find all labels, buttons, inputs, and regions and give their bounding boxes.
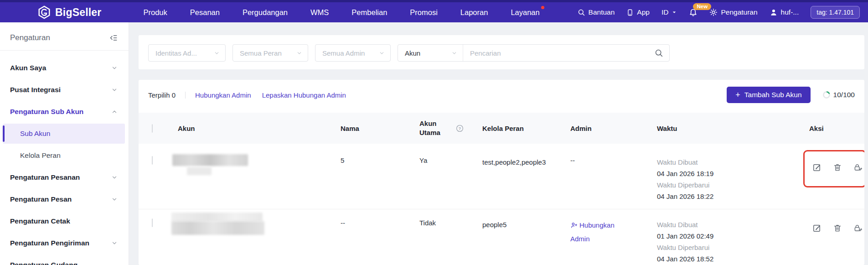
identity-filter-select[interactable]: Identitas Ad...	[148, 44, 226, 62]
menu-pesanan[interactable]: Pesanan	[190, 8, 220, 17]
updated-value: 04 Jan 2026 18:22	[657, 191, 796, 202]
role-filter-placeholder: Semua Peran	[240, 49, 282, 57]
edit-permission-icon[interactable]	[853, 163, 863, 172]
brand-logo[interactable]: BigSeller	[37, 5, 102, 19]
quota-progress-ring-icon	[822, 91, 831, 99]
sidebar-item-akun-saya[interactable]: Akun Saya	[0, 57, 129, 79]
redacted-account-name	[187, 167, 212, 175]
row-actions	[812, 163, 863, 172]
sidebar-item-pusat-integrasi[interactable]: Pusat Integrasi	[0, 79, 129, 101]
sidebar-item-kelola-peran[interactable]: Kelola Peran	[0, 145, 129, 166]
connect-admin-link[interactable]: Hubungkan Admin	[195, 91, 251, 99]
notifications-button[interactable]: New	[689, 8, 698, 17]
column-header-akun-utama: Akun Utama ?	[406, 119, 469, 137]
user-menu[interactable]: huf-...	[770, 8, 799, 16]
username: huf-...	[781, 8, 799, 16]
akun-utama-cell: Tidak	[406, 209, 469, 227]
column-header-nama: Nama	[327, 125, 406, 132]
app-label: App	[637, 8, 650, 16]
menu-laporan[interactable]: Laporan	[460, 8, 488, 17]
selected-item-bar	[3, 125, 5, 142]
sidebar-item-pengaturan-sub-akun[interactable]: Pengaturan Sub Akun	[0, 101, 129, 123]
notification-red-dot	[541, 6, 544, 9]
sidebar-item-label: Pengaturan Pesanan	[10, 173, 80, 182]
sidebar-item-sub-akun[interactable]: Sub Akun	[0, 123, 129, 145]
sidebar-item-pengaturan-cetak[interactable]: Pengaturan Cetak	[0, 210, 129, 232]
waktu-cell: Waktu Dibuat 01 Jan 2026 02:49 Waktu Dip…	[644, 209, 796, 265]
search-submit-icon[interactable]	[655, 49, 663, 57]
akun-utama-cell: Ya	[406, 144, 469, 164]
user-icon	[770, 8, 778, 16]
search-type-select[interactable]: Akun	[398, 45, 463, 61]
language-selector[interactable]: ID	[661, 8, 677, 16]
bigseller-settings-page: BigSeller Produk Pesanan Pergudangan WMS…	[0, 0, 868, 265]
menu-layanan-label: Layanan	[511, 8, 539, 16]
delete-icon[interactable]	[833, 163, 842, 172]
chevron-down-icon	[214, 50, 220, 56]
table-header-row: Akun Nama Akun Utama ? Kelola Peran Admi…	[139, 113, 864, 144]
menu-promosi[interactable]: Promosi	[410, 8, 438, 17]
menu-wms[interactable]: WMS	[310, 8, 329, 17]
top-navbar: BigSeller Produk Pesanan Pergudangan WMS…	[0, 0, 868, 22]
column-header-akun: Akun	[165, 125, 327, 132]
chevron-down-icon	[111, 240, 118, 246]
sidebar-item-label: Akun Saya	[10, 64, 46, 72]
chevron-down-icon	[111, 174, 118, 181]
edit-permission-icon[interactable]	[853, 223, 863, 233]
akun-utama-label: Akun Utama	[419, 119, 444, 137]
search-group: Akun	[398, 44, 670, 62]
chevron-up-icon	[111, 109, 118, 115]
help-circle-icon[interactable]: ?	[456, 125, 464, 132]
column-header-waktu: Waktu	[644, 125, 796, 132]
admin-cell: --	[557, 144, 644, 164]
connect-admin-row-link[interactable]: Hubungkan Admin	[570, 219, 620, 245]
help-label: Bantuan	[589, 8, 615, 16]
mobile-phone-icon	[626, 9, 634, 16]
settings-button[interactable]: Pengaturan	[709, 8, 757, 16]
chevron-down-icon	[379, 50, 385, 56]
identity-filter-placeholder: Identitas Ad...	[155, 49, 197, 57]
quota-indicator: 10/100	[822, 91, 855, 99]
navbar-right-cluster: Bantuan App ID New Pengaturan huf-...	[578, 6, 860, 19]
edit-icon[interactable]	[812, 163, 822, 172]
updated-value: 04 Jan 2026 18:52	[657, 253, 796, 265]
sidebar-collapse-icon[interactable]	[109, 34, 118, 42]
sidebar-item-pengaturan-pesan[interactable]: Pengaturan Pesan	[0, 188, 129, 210]
table-toolbar: Terpilih 0 Hubungkan Admin Lepaskan Hubu…	[148, 87, 855, 103]
selected-count: Terpilih 0	[148, 91, 176, 99]
sidebar-item-pengaturan-gudang[interactable]: Pengaturan Gudang	[0, 254, 129, 265]
main-menu: Produk Pesanan Pergudangan WMS Pembelian…	[144, 8, 540, 17]
admin-filter-select[interactable]: Semua Admin	[315, 44, 391, 62]
created-label: Waktu Dibuat	[657, 156, 796, 168]
chevron-down-icon	[111, 87, 118, 93]
menu-layanan[interactable]: Layanan	[511, 8, 539, 17]
select-all-checkbox[interactable]	[152, 124, 153, 133]
menu-produk[interactable]: Produk	[144, 8, 167, 17]
sidebar-item-pengaturan-pesanan[interactable]: Pengaturan Pesanan	[0, 166, 129, 188]
chevron-down-icon	[296, 50, 302, 56]
chevron-down-icon	[672, 10, 677, 15]
brand-name: BigSeller	[55, 6, 102, 19]
menu-pembelian[interactable]: Pembelian	[351, 8, 387, 17]
search-input[interactable]	[463, 49, 655, 57]
row-checkbox[interactable]	[152, 156, 153, 165]
row-checkbox[interactable]	[152, 218, 153, 227]
add-sub-account-button[interactable]: + Tambah Sub Akun	[727, 87, 810, 103]
app-button[interactable]: App	[626, 8, 650, 16]
table-row: 5 Ya test,people2,people3 -- Waktu Dibua…	[139, 144, 864, 209]
plus-icon: +	[735, 90, 740, 100]
sidebar-item-pengaturan-pengiriman[interactable]: Pengaturan Pengiriman	[0, 232, 129, 254]
redacted-account-name	[171, 221, 264, 235]
sidebar-item-label: Pengaturan Pesan	[10, 195, 72, 203]
edit-icon[interactable]	[812, 223, 822, 233]
updated-label: Waktu Diperbarui	[657, 179, 796, 191]
delete-icon[interactable]	[833, 223, 842, 233]
menu-pergudangan[interactable]: Pergudangan	[243, 8, 288, 17]
account-name-cell	[165, 144, 327, 156]
role-filter-select[interactable]: Semua Peran	[232, 44, 308, 62]
help-button[interactable]: Bantuan	[578, 8, 615, 16]
language-value: ID	[661, 8, 669, 16]
kelola-peran-cell: people5	[482, 219, 552, 231]
nama-cell: 5	[327, 144, 406, 164]
disconnect-admin-link[interactable]: Lepaskan Hubungan Admin	[262, 91, 346, 99]
